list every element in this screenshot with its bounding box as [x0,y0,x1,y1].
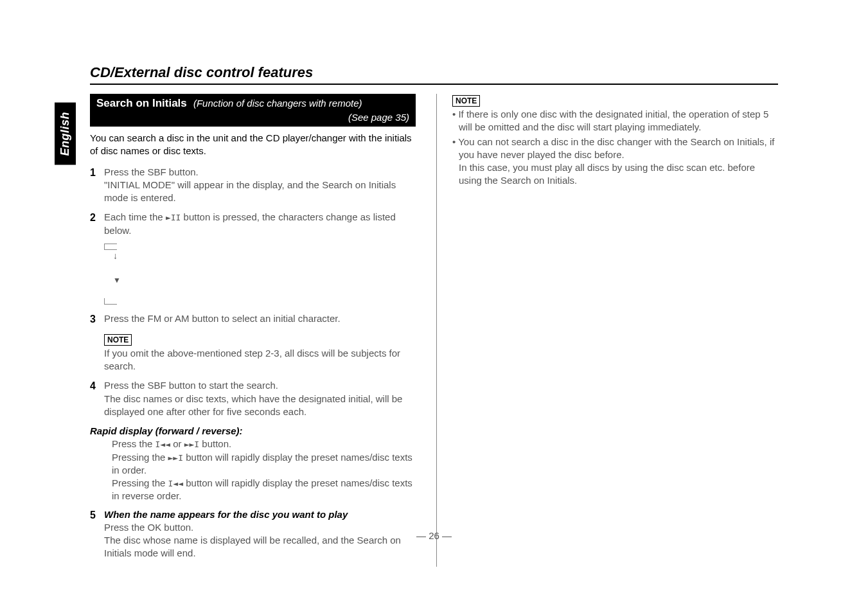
right-note-2: • You can not search a disc in the disc … [452,136,778,188]
step-5-title: When the name appears for the disc you w… [104,509,348,520]
step-number: 1 [90,166,104,205]
step-3: 3 Press the FM or AM button to select an… [90,312,416,326]
rapid-l1a: Press the [112,438,155,449]
rapid-l1b: or [170,438,184,449]
intro-text: You can search a disc in the unit and th… [90,132,416,158]
right-note-2-text: You can not search a disc in the disc ch… [458,136,774,160]
right-note-1-text: If there is only one disc with the desig… [458,109,768,132]
prev-icon: I◄◄ [168,479,183,488]
step-5-line-2: The disc whose name is displayed will be… [104,535,401,558]
left-column: Search on Initials (Function of disc cha… [90,94,416,567]
rapid-l2a: Pressing the [112,452,168,463]
banner-title: Search on Initials [96,97,187,109]
step-number: 5 [90,508,104,560]
step-3-text: Press the FM or AM button to select an i… [104,313,341,324]
step-4-line-2: The disc names or disc texts, which have… [104,393,402,417]
step-4: 4 Press the SBF button to start the sear… [90,379,416,418]
step-5-line-1: Press the OK button. [104,522,193,533]
play-pause-icon: ►II [166,213,181,222]
inline-note-text: If you omit the above-mentioned step 2-3… [104,347,416,373]
right-note-1: • If there is only one disc with the des… [452,108,778,134]
page-title: CD/External disc control features [90,64,778,81]
rapid-l1c: button. [199,438,231,449]
step-number: 3 [90,312,104,326]
step-number: 2 [90,211,104,237]
step-1-line-2: "INITIAL MODE" will appear in the displa… [104,179,396,203]
step-number: 4 [90,379,104,418]
right-column: NOTE • If there is only one disc with th… [436,94,778,567]
rapid-display-body: Press the I◄◄ or ►►I button. Pressing th… [112,438,416,502]
step-2-text-a: Each time the [104,211,166,222]
step-5: 5 When the name appears for the disc you… [90,508,416,560]
page-number: — 26 — [416,530,452,541]
step-4-line-1: Press the SBF button to start the search… [104,380,278,391]
step-1-line-1: Press the SBF button. [104,166,199,177]
note-label: NOTE [452,95,480,107]
banner-subtitle: (Function of disc changers with remote) [193,98,362,109]
chevron-down-icon: ▼ [113,275,123,285]
rapid-l3a: Pressing the [112,477,168,488]
section-banner: Search on Initials (Function of disc cha… [90,94,416,127]
arrow-down-icon: ↓ [113,250,123,262]
prev-icon: I◄◄ [155,440,170,449]
next-icon: ►►I [184,440,199,449]
note-label: NOTE [104,334,132,346]
title-underline [90,84,778,85]
cycle-diagram: ↓ ▼ [104,244,123,305]
step-1: 1 Press the SBF button. "INITIAL MODE" w… [90,166,416,205]
step-2: 2 Each time the ►II button is pressed, t… [90,211,416,237]
rapid-display-title: Rapid display (forward / reverse): [90,425,416,438]
right-note-2b-text: In this case, you must play all discs by… [459,162,755,186]
next-icon: ►►I [168,453,183,463]
banner-page-ref: (See page 35) [96,111,409,124]
language-tab: English [55,103,76,165]
